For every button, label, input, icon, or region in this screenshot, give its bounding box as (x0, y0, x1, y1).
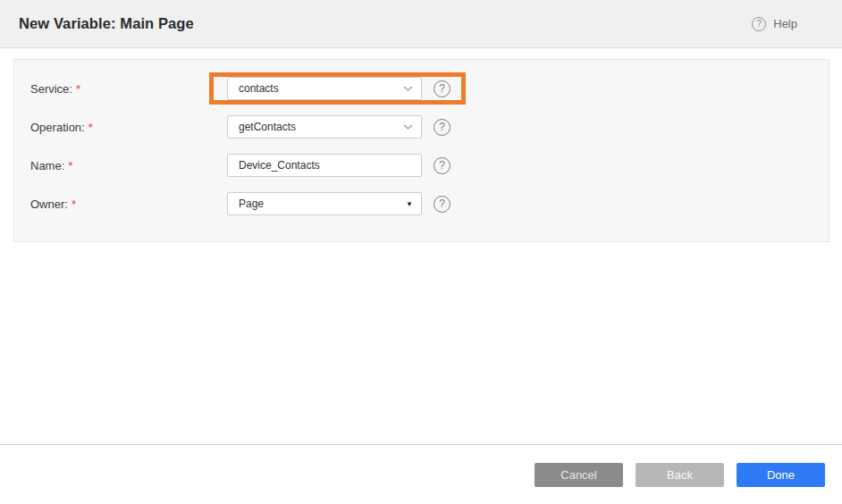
required-asterisk: * (68, 159, 72, 172)
required-asterisk: * (76, 82, 80, 96)
service-label: Service:* (30, 82, 227, 96)
operation-select[interactable]: getContacts (227, 115, 422, 139)
required-asterisk: * (72, 197, 76, 211)
service-help-icon[interactable]: ? (434, 80, 450, 97)
operation-label: Operation:* (30, 121, 227, 134)
owner-label: Owner:* (30, 197, 227, 211)
dialog-footer: Cancel Back Done (0, 444, 842, 487)
owner-control: Page ▼ ? (227, 192, 450, 215)
page-title: New Variable: Main Page (19, 15, 194, 32)
dialog-header: New Variable: Main Page ? Help (0, 0, 842, 48)
operation-help-icon[interactable]: ? (434, 119, 450, 136)
name-help-icon[interactable]: ? (434, 157, 450, 174)
owner-help-icon[interactable]: ? (434, 196, 450, 213)
name-input[interactable] (227, 154, 422, 177)
service-highlight-box: contacts ? (209, 72, 466, 105)
field-row-service: Service:* contacts ? (30, 72, 813, 105)
owner-select-value: Page (239, 197, 264, 210)
new-variable-form-panel: Service:* contacts ? Operation:* getCont… (13, 59, 829, 242)
caret-down-icon: ▼ (406, 200, 413, 208)
help-button[interactable]: ? Help (752, 17, 797, 31)
service-select[interactable]: contacts (227, 77, 422, 100)
operation-control: getContacts ? (227, 115, 450, 139)
operation-select-value: getContacts (239, 121, 296, 133)
name-label: Name:* (30, 159, 227, 172)
help-label: Help (773, 17, 797, 30)
owner-select[interactable]: Page ▼ (227, 192, 422, 215)
name-control: ? (227, 154, 450, 177)
field-row-name: Name:* ? (30, 149, 813, 181)
field-row-owner: Owner:* Page ▼ ? (30, 188, 813, 220)
required-asterisk: * (88, 121, 93, 134)
service-select-value: contacts (239, 82, 279, 95)
chevron-down-icon (403, 86, 413, 91)
help-question-circle-icon: ? (752, 17, 766, 31)
back-button[interactable]: Back (636, 463, 724, 487)
done-button[interactable]: Done (737, 463, 825, 487)
cancel-button[interactable]: Cancel (535, 463, 623, 487)
field-row-operation: Operation:* getContacts ? (30, 111, 813, 143)
chevron-down-icon (403, 124, 413, 130)
